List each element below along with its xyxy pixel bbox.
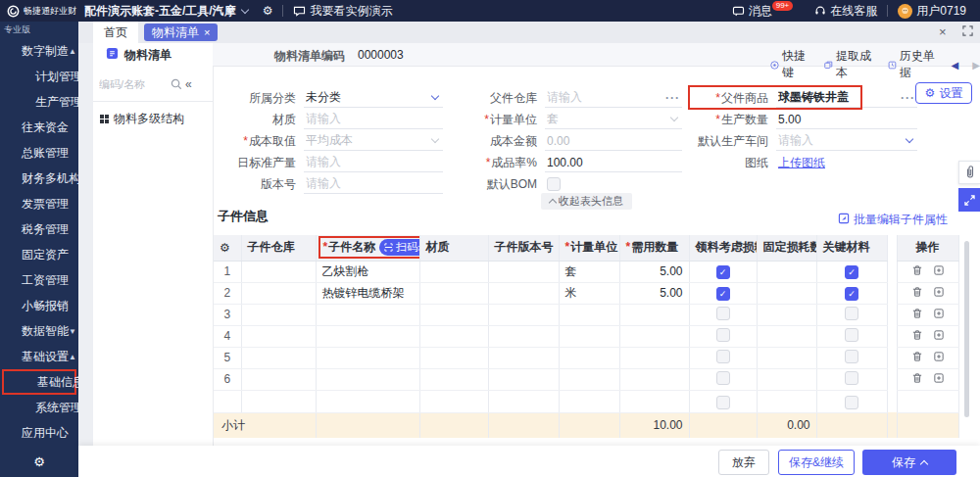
delete-row-icon[interactable] (911, 329, 923, 341)
fullscreen-icon[interactable] (962, 24, 973, 39)
cell-version[interactable] (488, 347, 559, 368)
sidebar-item-multi-org-finance[interactable]: 财务多机构 (0, 166, 78, 191)
sidebar-item-basic-settings[interactable]: 基础设置▲ (0, 344, 78, 369)
sidebar-item-fixed-assets[interactable]: 固定资产 (0, 242, 78, 267)
key-material-checkbox[interactable] (845, 371, 858, 385)
previous-record-icon[interactable]: ◀ (952, 60, 959, 71)
cell-name[interactable] (316, 325, 419, 347)
cell-fixed-loss[interactable] (757, 261, 816, 282)
discard-button[interactable]: 放弃 (718, 450, 769, 475)
cell-warehouse[interactable] (241, 325, 316, 347)
delete-row-icon[interactable] (911, 308, 923, 319)
attachment-button[interactable] (958, 161, 980, 184)
cell-version[interactable] (488, 368, 559, 390)
key-material-checkbox[interactable] (845, 328, 858, 342)
settings-button[interactable]: ⚙ 设置 (915, 82, 972, 104)
support-button[interactable]: 在线客服 (814, 3, 877, 20)
sidebar-item-basic-info[interactable]: 基础信息 (2, 369, 76, 395)
cell-unit[interactable] (559, 325, 619, 347)
cell-unit[interactable]: 套 (559, 261, 619, 282)
cell-fixed-loss[interactable] (757, 368, 816, 390)
material-input[interactable]: 请输入 (304, 110, 443, 129)
cost-method-select[interactable]: 平均成本 (304, 131, 443, 151)
yield-rate-input[interactable]: 100.00 (545, 153, 682, 172)
unit-select[interactable]: 套 (545, 110, 682, 129)
workspace-gear-icon[interactable]: ⚙ (263, 4, 273, 18)
version-input[interactable]: 请输入 (304, 174, 443, 194)
key-material-checkbox[interactable] (845, 350, 858, 363)
scan-entry-button[interactable]: 扫码录入 (379, 239, 419, 256)
cell-fixed-loss[interactable] (757, 325, 816, 347)
save-button[interactable]: 保存 (862, 450, 956, 475)
demo-link[interactable]: 我要看实例演示 (293, 3, 392, 20)
tree-node-multilevel-structure[interactable]: 物料多级结构 (93, 102, 213, 127)
loss-checkbox[interactable] (716, 371, 730, 385)
tab-home[interactable]: 首页 (93, 22, 138, 43)
loss-checkbox[interactable] (716, 265, 730, 279)
sidebar-item-digital-manufacturing[interactable]: 数字制造▲ (0, 38, 78, 64)
cell-name[interactable] (316, 304, 419, 325)
sidebar-item-production-management[interactable]: 生产管理 (0, 89, 78, 115)
delete-row-icon[interactable] (911, 372, 923, 384)
cell-material[interactable] (419, 282, 488, 304)
cell-unit[interactable] (559, 368, 619, 390)
cost-amount-input[interactable]: 0.00 (545, 131, 682, 151)
delete-row-icon[interactable] (911, 264, 923, 276)
loss-checkbox[interactable] (716, 328, 730, 342)
sidebar-item-funds[interactable]: 往来资金 (0, 115, 78, 140)
cell-material[interactable] (419, 347, 488, 368)
loss-checkbox[interactable] (716, 396, 730, 409)
cell-fixed-loss[interactable] (757, 347, 816, 368)
account-selector[interactable]: 配件演示账套-五金/工具/汽摩 (84, 3, 251, 20)
close-tab-icon[interactable]: × (204, 27, 210, 38)
cell-version[interactable] (488, 325, 559, 347)
column-settings-gear-icon[interactable]: ⚙ (214, 235, 241, 261)
cell-name[interactable]: 热镀锌电缆桥架 (316, 282, 419, 304)
cell-qty[interactable]: 5.00 (619, 261, 689, 282)
cell-version[interactable] (488, 304, 559, 325)
upload-drawing-link[interactable]: 上传图纸 (778, 155, 825, 171)
cell-warehouse[interactable] (241, 347, 316, 368)
cell-warehouse[interactable] (241, 261, 316, 282)
history-documents-button[interactable]: 历史单据 (888, 48, 938, 81)
sidebar-item-data-intelligence[interactable]: 数据智能▼ (0, 318, 78, 344)
cell-qty[interactable]: 5.00 (619, 282, 689, 304)
expand-panel-button[interactable] (958, 188, 980, 212)
loss-checkbox[interactable] (716, 307, 730, 320)
loss-checkbox[interactable] (716, 350, 730, 363)
key-material-checkbox[interactable] (845, 307, 858, 320)
cell-name[interactable]: 乙炔割枪 (316, 261, 419, 282)
search-icon[interactable] (171, 78, 182, 90)
cell-material[interactable] (419, 304, 488, 325)
extract-cost-button[interactable]: 提取成本 (824, 48, 874, 81)
sidebar-item-payroll[interactable]: 工资管理 (0, 267, 78, 293)
copy-row-icon[interactable] (933, 308, 945, 319)
key-material-checkbox[interactable] (845, 265, 858, 279)
parent-warehouse-input[interactable]: 请输入··· (545, 88, 682, 108)
collapse-panel-icon[interactable]: « (185, 77, 192, 91)
sidebar-item-plan-management[interactable]: 计划管理 (0, 64, 78, 89)
cell-material[interactable] (419, 368, 488, 390)
sidebar-gear-icon[interactable]: ⚙ (0, 454, 78, 469)
default-workshop-select[interactable]: 请输入 (776, 131, 917, 151)
cell-qty[interactable] (619, 347, 689, 368)
user-menu[interactable]: 用户0719 (898, 3, 966, 20)
search-input[interactable] (99, 78, 168, 90)
delete-row-icon[interactable] (911, 351, 923, 362)
messages-button[interactable]: 消息 99+ (732, 3, 798, 20)
sidebar-item-general-ledger[interactable]: 总账管理 (0, 140, 78, 166)
cell-fixed-loss[interactable] (757, 304, 816, 325)
cell-name[interactable] (316, 368, 419, 390)
sidebar-item-invoice-management[interactable]: 发票管理 (0, 191, 78, 216)
daily-capacity-input[interactable]: 请输入 (304, 153, 443, 172)
copy-row-icon[interactable] (933, 329, 945, 341)
cell-unit[interactable] (559, 347, 619, 368)
collapse-header-button[interactable]: 收起表头信息 (541, 193, 632, 210)
sidebar-item-app-center[interactable]: 应用中心 (0, 420, 78, 446)
cell-name[interactable] (316, 347, 419, 368)
cell-warehouse[interactable] (241, 282, 316, 304)
vertical-scrollbar[interactable] (964, 241, 969, 417)
key-material-checkbox[interactable] (845, 287, 858, 301)
sidebar-item-expense[interactable]: 小畅报销 (0, 293, 78, 318)
document-tab-bom[interactable]: 物料清单 (93, 43, 213, 67)
